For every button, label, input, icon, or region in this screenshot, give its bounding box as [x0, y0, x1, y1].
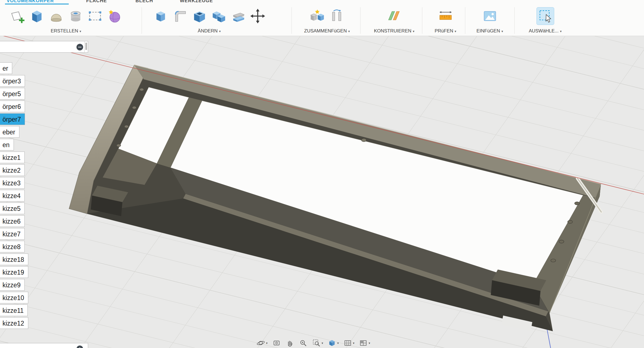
browser-row[interactable]: eber	[0, 126, 19, 138]
view-navigation-bar: ▾ ▾ ▾ ▾ ▾	[256, 339, 370, 347]
browser-row[interactable]: kizze8	[0, 241, 25, 252]
rectangular-pattern-icon[interactable]	[87, 8, 103, 24]
cursor-arrow-icon	[546, 14, 551, 22]
revolve-icon[interactable]	[48, 8, 64, 24]
erstellen-dropdown[interactable]: ERSTELLEN▾	[51, 28, 81, 34]
pan-hand-icon[interactable]	[285, 339, 294, 347]
chevron-down-icon: ▾	[80, 29, 81, 33]
browser-row[interactable]: örper5	[0, 88, 25, 99]
toolbar-separator	[292, 7, 292, 34]
fit-zoom-icon[interactable]: ▾	[312, 339, 323, 347]
align-icon[interactable]	[329, 8, 345, 24]
group-pruefen: PRüFEN▾	[427, 5, 464, 35]
tab-werkzeuge[interactable]: WERKZEUGE	[180, 0, 213, 4]
browser-panel-header	[0, 41, 88, 53]
extrude-icon[interactable]	[29, 8, 45, 24]
browser-tree: er örper3 örper5 örper6 örper7 eber en k…	[0, 62, 28, 330]
browser-row[interactable]: örper3	[0, 75, 25, 87]
zusammenfuegen-dropdown[interactable]: ZUSAMMENFüGEN▾	[304, 28, 350, 34]
browser-row[interactable]: kizze9	[0, 279, 25, 291]
browser-row[interactable]: kizze18	[0, 254, 28, 265]
group-aendern: ÄNDERN▾	[145, 5, 273, 35]
browser-row[interactable]: kizze12	[0, 317, 28, 329]
chevron-down-icon: ▾	[219, 29, 221, 33]
orbit-icon[interactable]: ▾	[256, 339, 268, 347]
shell-icon[interactable]	[191, 8, 208, 24]
browser-scrollbar[interactable]	[84, 41, 88, 52]
tab-flaeche[interactable]: FLÄCHE	[86, 0, 107, 4]
zoom-icon[interactable]	[299, 339, 308, 347]
construction-plane-icon[interactable]	[386, 8, 402, 24]
browser-row[interactable]: kizze19	[0, 266, 28, 278]
group-konstruieren: KONSTRUIEREN▾	[369, 5, 420, 35]
thicken-icon[interactable]	[230, 8, 246, 24]
chevron-down-icon: ▾	[353, 341, 355, 345]
insert-image-icon[interactable]	[482, 8, 498, 24]
create-sketch-icon[interactable]	[9, 8, 25, 24]
browser-row[interactable]: en	[0, 139, 14, 150]
browser-row[interactable]: kizze6	[0, 215, 25, 227]
hole-icon[interactable]	[68, 8, 84, 24]
chevron-down-icon: ▾	[560, 29, 562, 33]
look-at-icon[interactable]	[272, 339, 281, 347]
model-body[interactable]	[69, 65, 601, 331]
browser-row[interactable]: kizze3	[0, 177, 25, 189]
main-toolbar: VOLUMENKÖRPER FLÄCHE BLECH WERKZEUGE	[0, 0, 644, 36]
browser-row[interactable]: kizze11	[0, 304, 28, 316]
chevron-down-icon: ▾	[337, 341, 339, 345]
toolbar-separator	[360, 7, 361, 34]
group-auswaehlen: AUSWäHLE...▾	[522, 5, 568, 35]
group-einfuegen: EINFüGEN▾	[471, 5, 508, 35]
einfuegen-dropdown[interactable]: EINFüGEN▾	[476, 28, 503, 34]
browser-row[interactable]: örper6	[0, 101, 25, 112]
create-form-icon[interactable]	[106, 8, 122, 24]
group-zusammenfuegen: ZUSAMMENFüGEN▾	[295, 5, 359, 35]
active-tab-underline	[5, 4, 69, 4]
viewports-icon[interactable]: ▾	[359, 339, 370, 347]
select-button[interactable]	[536, 7, 554, 25]
browser-row[interactable]: kizze1	[0, 152, 25, 163]
scrollbar-thumb[interactable]	[85, 43, 87, 50]
toolbar-separator	[465, 7, 465, 34]
browser-row[interactable]: kizze10	[0, 292, 28, 303]
browser-row[interactable]: er	[0, 62, 12, 74]
display-settings-icon[interactable]: ▾	[328, 339, 339, 347]
browser-row-selected[interactable]: örper7	[0, 113, 25, 125]
chevron-down-icon: ▾	[502, 29, 503, 33]
collapse-browser-icon[interactable]	[76, 44, 83, 50]
chevron-down-icon: ▾	[348, 29, 350, 33]
browser-row[interactable]: kizze4	[0, 190, 25, 201]
combine-icon[interactable]	[211, 8, 227, 24]
pruefen-dropdown[interactable]: PRüFEN▾	[435, 28, 456, 34]
ribbon-tabs: VOLUMENKÖRPER FLÄCHE BLECH WERKZEUGE	[0, 0, 644, 5]
viewport-canvas[interactable]	[0, 0, 644, 348]
toolbar-separator	[514, 7, 515, 34]
browser-row[interactable]: kizze5	[0, 203, 25, 214]
toolbar-separator	[422, 7, 422, 34]
tab-volumenkoerper[interactable]: VOLUMENKÖRPER	[7, 0, 54, 4]
press-pull-icon[interactable]	[153, 8, 169, 24]
browser-row[interactable]: kizze7	[0, 228, 25, 240]
tab-blech[interactable]: BLECH	[136, 0, 153, 4]
measure-icon[interactable]	[438, 8, 454, 24]
chevron-down-icon: ▾	[455, 29, 456, 33]
fillet-icon[interactable]	[172, 8, 188, 24]
auswaehlen-dropdown[interactable]: AUSWäHLE...▾	[529, 28, 562, 34]
chevron-down-icon: ▾	[369, 341, 370, 345]
browser-row[interactable]: kizze2	[0, 164, 25, 176]
group-erstellen: ERSTELLEN▾	[2, 5, 130, 35]
chevron-down-icon: ▾	[322, 341, 323, 345]
chevron-down-icon: ▾	[413, 29, 415, 33]
toolbar-separator	[142, 7, 142, 34]
konstruieren-dropdown[interactable]: KONSTRUIEREN▾	[374, 28, 414, 34]
joint-icon[interactable]	[309, 8, 325, 24]
chevron-down-icon: ▾	[266, 341, 268, 345]
grid-display-icon[interactable]: ▾	[343, 339, 355, 347]
browser-panel-footer	[0, 343, 88, 348]
aendern-dropdown[interactable]: ÄNDERN▾	[198, 28, 221, 34]
move-icon[interactable]	[250, 8, 266, 24]
expand-browser-icon[interactable]	[76, 346, 83, 348]
